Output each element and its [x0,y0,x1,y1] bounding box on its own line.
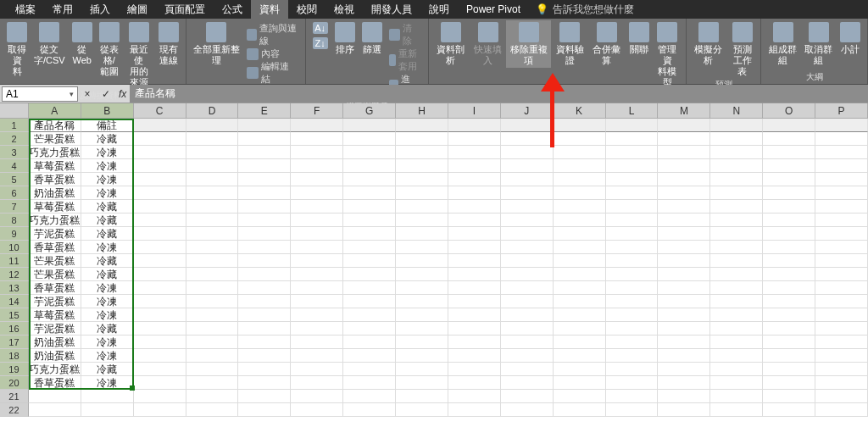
cell-N2[interactable] [710,132,763,146]
cell-P19[interactable] [815,363,868,376]
relationships-button[interactable]: 關聯 [626,20,653,57]
row-header-9[interactable]: 9 [0,227,29,241]
from-table-button[interactable]: 從表格/範圍 [96,20,123,79]
cell-B19[interactable]: 冷藏 [81,363,134,376]
cell-C21[interactable] [134,390,186,403]
cell-F13[interactable] [291,281,343,295]
cell-L18[interactable] [606,349,659,363]
cell-L20[interactable] [606,376,659,390]
row-header-21[interactable]: 21 [0,390,29,403]
cell-F3[interactable] [291,146,343,159]
cell-B9[interactable]: 冷藏 [81,227,134,241]
cell-K8[interactable] [554,214,606,227]
cell-I14[interactable] [448,295,501,308]
cell-L21[interactable] [606,390,659,403]
cell-J6[interactable] [501,186,554,200]
existing-button[interactable]: 現有連線 [155,20,182,68]
col-header-K[interactable]: K [554,103,606,119]
cell-G21[interactable] [343,390,396,403]
cell-I15[interactable] [448,308,501,322]
cell-N9[interactable] [710,227,763,241]
enter-icon[interactable]: ✓ [97,88,115,100]
col-header-G[interactable]: G [343,103,396,119]
cell-A8[interactable]: 巧克力蛋糕 [29,214,81,227]
cell-I20[interactable] [448,376,501,390]
cell-F9[interactable] [291,227,343,241]
cell-F14[interactable] [291,295,343,308]
cell-H4[interactable] [396,159,448,173]
row-header-19[interactable]: 19 [0,363,29,376]
cell-M5[interactable] [658,173,710,186]
cell-I13[interactable] [448,281,501,295]
cell-O17[interactable] [763,336,815,349]
cell-H8[interactable] [396,214,448,227]
cell-K18[interactable] [554,349,606,363]
cell-A11[interactable]: 芒果蛋糕 [29,254,81,268]
cell-I19[interactable] [448,363,501,376]
cell-B11[interactable]: 冷藏 [81,254,134,268]
cell-L8[interactable] [606,214,659,227]
cell-C3[interactable] [134,146,186,159]
cell-B10[interactable]: 冷凍 [81,241,134,254]
cell-C12[interactable] [134,268,186,281]
col-header-N[interactable]: N [710,103,763,119]
cell-K13[interactable] [554,281,606,295]
cell-P21[interactable] [815,390,868,403]
row-header-17[interactable]: 17 [0,336,29,349]
cell-H19[interactable] [396,363,448,376]
cell-N21[interactable] [710,390,763,403]
cell-B21[interactable] [81,390,134,403]
cell-H13[interactable] [396,281,448,295]
cell-G18[interactable] [343,349,396,363]
cell-I10[interactable] [448,241,501,254]
cell-M13[interactable] [658,281,710,295]
cell-B2[interactable]: 冷藏 [81,132,134,146]
cell-L6[interactable] [606,186,659,200]
cell-F1[interactable] [291,119,343,132]
cell-I21[interactable] [448,390,501,403]
cell-K22[interactable] [554,403,606,417]
cell-C14[interactable] [134,295,186,308]
cell-B14[interactable]: 冷凍 [81,295,134,308]
row-header-2[interactable]: 2 [0,132,29,146]
cell-E2[interactable] [238,132,291,146]
cell-K6[interactable] [554,186,606,200]
cell-E20[interactable] [238,376,291,390]
row-header-11[interactable]: 11 [0,254,29,268]
cell-P8[interactable] [815,214,868,227]
col-header-M[interactable]: M [658,103,710,119]
cell-I12[interactable] [448,268,501,281]
menu-頁面配置[interactable]: 頁面配置 [156,0,214,19]
cell-P4[interactable] [815,159,868,173]
cell-O13[interactable] [763,281,815,295]
cell-P12[interactable] [815,268,868,281]
cell-A4[interactable]: 草莓蛋糕 [29,159,81,173]
cell-C7[interactable] [134,200,186,214]
cell-K5[interactable] [554,173,606,186]
cell-H2[interactable] [396,132,448,146]
cell-B1[interactable]: 備註 [81,119,134,132]
cell-O1[interactable] [763,119,815,132]
cell-E18[interactable] [238,349,291,363]
cell-E5[interactable] [238,173,291,186]
cell-C1[interactable] [134,119,186,132]
cell-D5[interactable] [186,173,239,186]
menu-校閱[interactable]: 校閱 [288,0,326,19]
cell-F4[interactable] [291,159,343,173]
cell-K10[interactable] [554,241,606,254]
cell-H6[interactable] [396,186,448,200]
cell-D1[interactable] [186,119,239,132]
cell-L7[interactable] [606,200,659,214]
cell-I22[interactable] [448,403,501,417]
cell-L4[interactable] [606,159,659,173]
cell-I2[interactable] [448,132,501,146]
cell-G20[interactable] [343,376,396,390]
cell-J16[interactable] [501,322,554,336]
cell-G7[interactable] [343,200,396,214]
cell-O20[interactable] [763,376,815,390]
cell-A21[interactable] [29,390,81,403]
query-查詢與連線[interactable]: 查詢與連線 [247,22,298,47]
cell-H5[interactable] [396,173,448,186]
cell-D14[interactable] [186,295,239,308]
cell-F10[interactable] [291,241,343,254]
